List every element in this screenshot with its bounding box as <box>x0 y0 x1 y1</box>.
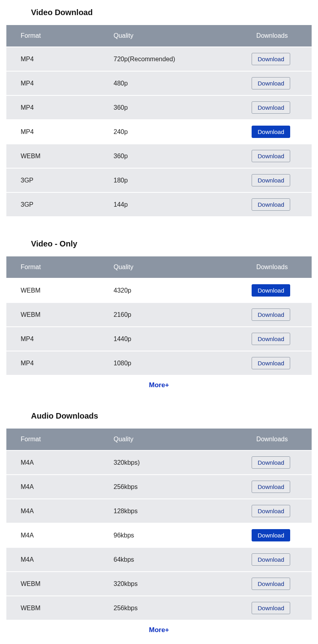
download-button[interactable]: Download <box>252 481 290 493</box>
cell-quality: 64kbps <box>104 548 226 571</box>
download-button[interactable]: Download <box>252 53 290 65</box>
section-title: Video - Only <box>31 239 312 248</box>
table-row: MP4720p(Recommended)Download <box>6 47 312 71</box>
cell-format: MP4 <box>6 351 104 375</box>
table-row: M4A128kbpsDownload <box>6 499 312 523</box>
cell-download: Download <box>226 548 312 571</box>
cell-quality: 1440p <box>104 327 226 351</box>
cell-quality: 2160p <box>104 303 226 326</box>
download-button[interactable]: Download <box>252 308 290 321</box>
cell-format: M4A <box>6 451 104 474</box>
download-button[interactable]: Download <box>252 578 290 590</box>
cell-download: Download <box>226 303 312 326</box>
cell-download: Download <box>226 47 312 71</box>
download-button[interactable]: Download <box>252 505 290 517</box>
table-row: 3GP180pDownload <box>6 169 312 192</box>
cell-download: Download <box>226 72 312 95</box>
download-button[interactable]: Download <box>252 529 290 541</box>
cell-quality: 320kbps) <box>104 451 226 474</box>
download-button[interactable]: Download <box>252 174 290 186</box>
cell-quality: 128kbps <box>104 499 226 523</box>
download-table: FormatQualityDownloadsM4A320kbps)Downloa… <box>6 428 312 621</box>
table-row: MP4360pDownload <box>6 96 312 119</box>
cell-download: Download <box>226 451 312 474</box>
cell-download: Download <box>226 475 312 499</box>
download-table: FormatQualityDownloadsMP4720p(Recommende… <box>6 24 312 217</box>
download-button[interactable]: Download <box>252 456 290 469</box>
cell-format: M4A <box>6 548 104 571</box>
cell-download: Download <box>226 499 312 523</box>
download-button[interactable]: Download <box>252 602 290 614</box>
cell-quality: 180p <box>104 169 226 192</box>
cell-quality: 256kbps <box>104 596 226 620</box>
cell-download: Download <box>226 120 312 144</box>
download-button[interactable]: Download <box>252 284 290 297</box>
more-link[interactable]: More+ <box>6 626 312 634</box>
table-row: WEBM4320pDownload <box>6 279 312 302</box>
table-row: MP4240pDownload <box>6 120 312 144</box>
cell-download: Download <box>226 351 312 375</box>
download-button[interactable]: Download <box>252 357 290 369</box>
cell-format: MP4 <box>6 72 104 95</box>
cell-format: 3GP <box>6 169 104 192</box>
cell-format: MP4 <box>6 327 104 351</box>
cell-format: WEBM <box>6 596 104 620</box>
table-row: MP41080pDownload <box>6 351 312 375</box>
cell-quality: 96kbps <box>104 524 226 547</box>
cell-format: WEBM <box>6 572 104 596</box>
cell-download: Download <box>226 572 312 596</box>
cell-format: MP4 <box>6 96 104 119</box>
cell-format: WEBM <box>6 144 104 168</box>
more-link[interactable]: More+ <box>6 381 312 389</box>
table-row: WEBM2160pDownload <box>6 303 312 326</box>
cell-download: Download <box>226 327 312 351</box>
table-row: M4A256kbpsDownload <box>6 475 312 499</box>
section-title: Audio Downloads <box>31 411 312 421</box>
cell-format: M4A <box>6 524 104 547</box>
table-row: M4A64kbpsDownload <box>6 548 312 571</box>
download-button[interactable]: Download <box>252 198 290 211</box>
header-quality: Quality <box>104 429 226 450</box>
cell-quality: 720p(Recommended) <box>104 47 226 71</box>
cell-format: M4A <box>6 475 104 499</box>
table-row: WEBM360pDownload <box>6 144 312 168</box>
download-section: Audio DownloadsFormatQualityDownloadsM4A… <box>6 411 312 634</box>
cell-download: Download <box>226 169 312 192</box>
cell-quality: 240p <box>104 120 226 144</box>
download-button[interactable]: Download <box>252 77 290 89</box>
cell-quality: 1080p <box>104 351 226 375</box>
download-button[interactable]: Download <box>252 150 290 162</box>
table-row: WEBM256kbpsDownload <box>6 596 312 620</box>
table-row: 3GP144pDownload <box>6 193 312 216</box>
cell-download: Download <box>226 524 312 547</box>
download-table: FormatQualityDownloadsWEBM4320pDownloadW… <box>6 256 312 376</box>
cell-format: 3GP <box>6 193 104 216</box>
header-format: Format <box>6 256 104 278</box>
cell-download: Download <box>226 96 312 119</box>
download-button[interactable]: Download <box>252 333 290 345</box>
download-button[interactable]: Download <box>252 126 290 138</box>
cell-quality: 4320p <box>104 279 226 302</box>
cell-quality: 320kbps <box>104 572 226 596</box>
table-row: M4A96kbpsDownload <box>6 524 312 547</box>
cell-quality: 360p <box>104 144 226 168</box>
header-format: Format <box>6 429 104 450</box>
header-quality: Quality <box>104 256 226 278</box>
download-button[interactable]: Download <box>252 553 290 566</box>
cell-format: MP4 <box>6 47 104 71</box>
cell-download: Download <box>226 279 312 302</box>
cell-format: M4A <box>6 499 104 523</box>
cell-quality: 144p <box>104 193 226 216</box>
header-quality: Quality <box>104 25 226 47</box>
cell-download: Download <box>226 144 312 168</box>
cell-format: MP4 <box>6 120 104 144</box>
download-button[interactable]: Download <box>252 101 290 114</box>
section-title: Video Download <box>31 8 312 17</box>
cell-format: WEBM <box>6 303 104 326</box>
table-row: MP4480pDownload <box>6 72 312 95</box>
download-section: Video DownloadFormatQualityDownloadsMP47… <box>6 8 312 217</box>
cell-quality: 480p <box>104 72 226 95</box>
cell-download: Download <box>226 193 312 216</box>
cell-format: WEBM <box>6 279 104 302</box>
header-format: Format <box>6 25 104 47</box>
